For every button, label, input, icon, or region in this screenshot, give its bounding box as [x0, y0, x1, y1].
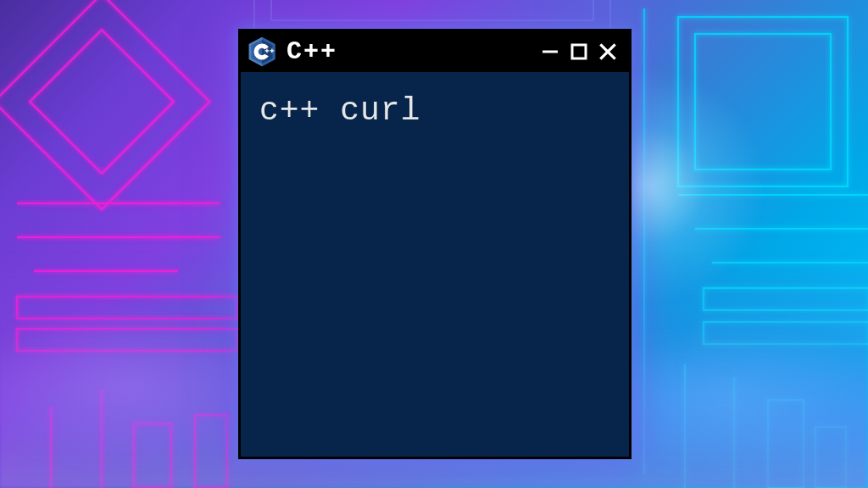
svg-rect-11	[815, 427, 846, 488]
cpp-logo-icon	[246, 36, 278, 68]
minimize-button[interactable]	[537, 39, 563, 64]
svg-rect-21	[572, 45, 586, 58]
terminal-window: C++ c++ curl	[238, 29, 632, 459]
window-titlebar[interactable]: C++	[241, 31, 629, 72]
svg-rect-17	[266, 48, 267, 53]
terminal-body[interactable]: c++ curl	[241, 72, 629, 150]
svg-rect-2	[17, 297, 237, 319]
svg-rect-3	[17, 329, 237, 351]
close-button[interactable]	[595, 39, 620, 64]
svg-rect-19	[271, 48, 272, 53]
maximize-button[interactable]	[566, 39, 592, 64]
svg-rect-0	[0, 0, 209, 209]
svg-rect-8	[704, 288, 868, 310]
svg-rect-9	[704, 322, 868, 344]
window-title: C++	[287, 37, 529, 66]
svg-rect-1	[30, 30, 174, 174]
svg-rect-5	[195, 415, 227, 488]
svg-rect-6	[678, 17, 848, 186]
window-controls	[537, 39, 620, 64]
svg-rect-4	[134, 424, 171, 488]
svg-rect-10	[768, 400, 804, 488]
terminal-content: c++ curl	[259, 92, 420, 129]
svg-rect-7	[695, 34, 831, 169]
